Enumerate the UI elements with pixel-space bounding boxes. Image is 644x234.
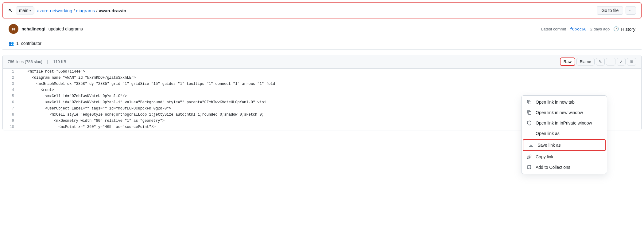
line-number: 4 [3, 87, 18, 93]
file-header: 786 lines (786 sloc) | 110 KB Raw Blame … [3, 55, 641, 69]
breadcrumb: azure-networking / diagrams / vwan.drawi… [37, 8, 126, 13]
context-menu-label: Open link as [536, 131, 560, 135]
raw-button[interactable]: Raw [560, 58, 575, 66]
line-number: 10 [3, 124, 18, 130]
line-content: <mxGeometry width="80" relative="1" as="… [18, 118, 169, 124]
top-bar-left: ↖ main ▾ azure-networking / diagrams / v… [8, 6, 126, 14]
line-content: <mxCell style="edgeStyle=none;orthogonal… [18, 112, 269, 118]
line-content: <mxPoint x="-360" y="465" as="sourcePoin… [18, 124, 161, 130]
delete-icon-button[interactable]: 🗑 [627, 58, 636, 65]
line-content: <mxfile host="65bd71144e"> [18, 69, 90, 75]
context-menu-item-open-inprivate[interactable]: Open link in InPrivate window [522, 118, 607, 128]
file-size: 110 KB [53, 59, 66, 64]
minimize-icon: — [609, 59, 613, 64]
contributors-bar: 👥 1 contributor [2, 37, 642, 50]
line-content: <mxCell id="0ZcbIwvKVoteUL0pYanl-1" valu… [18, 99, 271, 105]
contributors-icon: 👥 [9, 41, 14, 46]
svg-rect-0 [528, 101, 531, 104]
copy-icon [526, 110, 532, 115]
minimize-icon-button[interactable]: — [606, 58, 615, 65]
file-meta: 786 lines (786 sloc) | 110 KB [8, 59, 66, 64]
line-number: 2 [3, 75, 18, 81]
expand-icon: ⤢ [619, 59, 623, 64]
commit-bar-right: Latest commit f6bcc68 2 days ago 🕐 Histo… [541, 26, 635, 32]
line-content: <root> [18, 87, 59, 93]
commit-bar-left: N nehalineogi updated diagrams [9, 24, 83, 34]
history-clock-icon: 🕐 [613, 26, 619, 32]
line-number: 3 [3, 81, 18, 87]
top-bar: ↖ main ▾ azure-networking / diagrams / v… [2, 2, 642, 18]
more-options-button[interactable]: ··· [626, 6, 636, 15]
file-actions: Raw Blame ✎ — ⤢ 🗑 [560, 58, 636, 66]
breadcrumb-sep-2: / [96, 8, 97, 13]
contributors-count: 1 [16, 41, 19, 46]
branch-selector[interactable]: main ▾ [16, 6, 34, 14]
line-number: 8 [3, 112, 18, 118]
commit-message: updated diagrams [48, 26, 83, 31]
history-link[interactable]: 🕐 History [613, 26, 635, 32]
line-number: 6 [3, 99, 18, 105]
line-number: 1 [3, 69, 18, 75]
edit-icon-button[interactable]: ✎ [596, 58, 605, 65]
branch-chevron-icon: ▾ [29, 9, 31, 12]
table-row: 3 <mxGraphModel dx="3858" dy="2885" grid… [3, 81, 641, 87]
copy-icon [526, 99, 532, 105]
line-number: 7 [3, 105, 18, 112]
context-menu: Open link in new tabOpen link in new win… [521, 95, 607, 135]
pencil-icon: ✎ [599, 59, 602, 64]
commit-time: 2 days ago [590, 27, 610, 31]
file-size-sep: | [47, 59, 48, 64]
table-row: 4 <root> [3, 87, 641, 93]
table-row: 2 <diagram name="vWAN" id="NxYmKDOF7gZat… [3, 75, 641, 81]
go-to-file-button[interactable]: Go to file [597, 6, 623, 15]
expand-icon-button[interactable]: ⤢ [617, 58, 626, 65]
svg-rect-1 [528, 112, 531, 114]
contributors-label: contributor [21, 41, 41, 46]
latest-commit-label: Latest commit [541, 27, 566, 31]
placeholder-icon [526, 131, 532, 135]
avatar: N [9, 24, 18, 34]
shield-icon [526, 120, 532, 126]
commit-hash-link[interactable]: f6bcc68 [570, 27, 587, 31]
commit-bar: N nehalineogi updated diagrams Latest co… [2, 21, 642, 37]
breadcrumb-link-diagrams[interactable]: diagrams [76, 8, 95, 13]
cursor-icon: ↖ [8, 7, 13, 14]
history-label: History [621, 26, 635, 32]
branch-name: main [19, 8, 28, 13]
commit-author[interactable]: nehalineogi [21, 26, 45, 31]
top-bar-right: Go to file ··· [597, 6, 636, 15]
line-content: <mxGraphModel dx="3858" dy="2885" grid="… [18, 81, 280, 87]
breadcrumb-link-azure-networking[interactable]: azure-networking [37, 8, 72, 13]
table-row: 1 <mxfile host="65bd71144e"> [3, 69, 641, 75]
context-menu-item-open-new-window[interactable]: Open link in new window [522, 107, 607, 118]
breadcrumb-sep-1: / [73, 8, 75, 13]
context-menu-label: Open link in InPrivate window [536, 121, 592, 125]
context-menu-item-open-new-tab[interactable]: Open link in new tab [522, 97, 607, 107]
line-number: 9 [3, 118, 18, 124]
line-content: <mxCell id="0ZcbIwvKVoteUL0pYanl-0"/> [18, 93, 132, 99]
context-menu-label: Open link in new window [536, 110, 583, 115]
blame-button[interactable]: Blame [576, 58, 595, 65]
trash-icon: 🗑 [630, 59, 634, 64]
context-menu-item-open-link-as[interactable]: Open link as [522, 128, 607, 135]
line-number: 5 [3, 93, 18, 99]
line-content: <UserObject label="" tags="" id="mq8fEUF… [18, 105, 176, 112]
breadcrumb-current: vwan.drawio [99, 8, 126, 13]
line-content: <diagram name="vWAN" id="NxYmKDOF7gZatoS… [18, 75, 141, 81]
context-menu-label: Open link in new tab [536, 100, 575, 105]
file-lines: 786 lines (786 sloc) [8, 59, 42, 64]
